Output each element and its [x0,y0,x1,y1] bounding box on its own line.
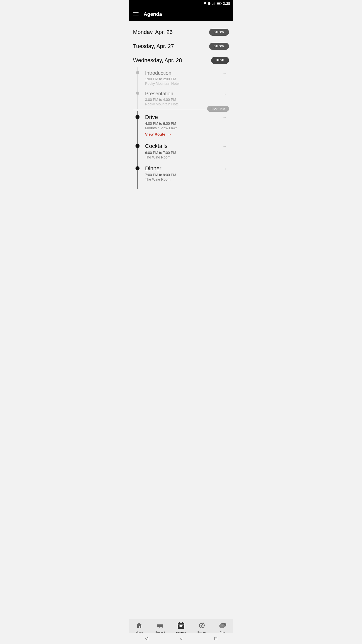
presentation-dot-col [133,91,142,95]
date-label-wednesday: Wednesday, Apr. 28 [133,57,182,64]
cocktails-dot [135,144,140,148]
svg-rect-8 [221,3,221,4]
show-tuesday-button[interactable]: SHOW [209,43,229,50]
past-events-section: Introduction 1:00 PM to 2:00 PM Rocky Mo… [133,67,229,109]
drive-arrow-icon: → [222,115,227,120]
page-title: Agenda [144,11,162,17]
date-label-monday: Monday, Apr. 26 [133,29,172,35]
date-row-tuesday: Tuesday, Apr. 27 SHOW [133,39,229,53]
status-icons: 3:28 [203,2,230,6]
status-time: 3:28 [223,2,230,6]
svg-rect-3 [212,4,213,5]
agenda-content: Monday, Apr. 26 SHOW Tuesday, Apr. 27 SH… [129,21,233,189]
intro-title: Introduction [145,70,219,76]
event-introduction[interactable]: Introduction 1:00 PM to 2:00 PM Rocky Mo… [133,67,229,88]
intro-location: Rocky Mountain Hotel [145,82,219,86]
location-icon [203,2,206,5]
cocktails-dot-col [133,143,142,148]
presentation-title: Presentation [145,91,219,97]
presentation-time: 3:00 PM to 4:00 PM [145,98,219,102]
svg-rect-0 [208,2,210,5]
date-row-wednesday: Wednesday, Apr. 28 HIDE [133,53,229,67]
event-dinner[interactable]: Dinner 7:00 PM to 9:00 PM The Wine Room … [133,162,229,189]
svg-rect-5 [214,3,214,5]
view-route-button[interactable]: View Route → [145,132,219,137]
hide-wednesday-button[interactable]: HIDE [211,57,229,64]
view-route-arrow-icon: → [167,132,172,137]
svg-rect-2 [210,3,210,4]
cocktails-arrow-icon: → [222,144,227,149]
signal-icon [212,2,215,5]
presentation-dot [136,92,139,95]
status-bar: 3:28 [129,0,233,7]
svg-rect-4 [213,3,213,5]
agenda-scroll-area[interactable]: Monday, Apr. 26 SHOW Tuesday, Apr. 27 SH… [129,21,233,614]
dinner-arrow-icon: → [222,166,227,172]
event-presentation[interactable]: Presentation 3:00 PM to 4:00 PM Rocky Mo… [133,88,229,109]
vibrate-icon [208,2,211,5]
event-cocktails[interactable]: Cocktails 6:00 PM to 7:00 PM The Wine Ro… [133,140,229,162]
intro-arrow-icon: → [222,71,227,76]
dinner-dot-col [133,165,142,170]
svg-rect-1 [208,3,208,4]
event-drive[interactable]: Drive 4:00 PM to 6:00 PM Mountain View L… [133,111,229,140]
date-label-tuesday: Tuesday, Apr. 27 [133,43,174,50]
dinner-dot [135,166,140,170]
cocktails-time: 6:00 PM to 7:00 PM [145,151,219,155]
intro-dot [136,71,139,74]
presentation-location: Rocky Mountain Hotel [145,102,219,106]
drive-location: Mountain View Lawn [145,126,219,130]
cocktails-title: Cocktails [145,143,219,149]
show-monday-button[interactable]: SHOW [209,29,229,36]
dinner-content: Dinner 7:00 PM to 9:00 PM The Wine Room [142,165,229,181]
drive-dot [135,115,140,119]
drive-dot-col [133,114,142,119]
intro-time: 1:00 PM to 2:00 PM [145,77,219,81]
dinner-time: 7:00 PM to 9:00 PM [145,173,219,177]
svg-rect-6 [214,2,215,5]
cocktails-content: Cocktails 6:00 PM to 7:00 PM The Wine Ro… [142,143,229,159]
battery-icon [217,2,222,5]
presentation-content: Presentation 3:00 PM to 4:00 PM Rocky Mo… [142,91,229,106]
drive-title: Drive [145,114,219,120]
intro-dot-col [133,70,142,74]
drive-time: 4:00 PM to 6:00 PM [145,122,219,126]
time-divider: 3:28 PM [133,110,229,110]
drive-content: Drive 4:00 PM to 6:00 PM Mountain View L… [142,114,229,137]
current-time-badge: 3:28 PM [207,106,229,111]
dinner-location: The Wine Room [145,177,219,181]
intro-content: Introduction 1:00 PM to 2:00 PM Rocky Mo… [142,70,229,86]
future-events-section: Drive 4:00 PM to 6:00 PM Mountain View L… [133,111,229,189]
app-header: Agenda [129,7,233,21]
date-row-monday: Monday, Apr. 26 SHOW [133,25,229,39]
view-route-label: View Route [145,132,165,136]
dinner-title: Dinner [145,165,219,172]
cocktails-location: The Wine Room [145,155,219,159]
presentation-arrow-icon: → [222,92,227,97]
wednesday-timeline: Introduction 1:00 PM to 2:00 PM Rocky Mo… [133,67,229,189]
menu-button[interactable] [133,12,139,16]
svg-rect-9 [217,3,220,5]
